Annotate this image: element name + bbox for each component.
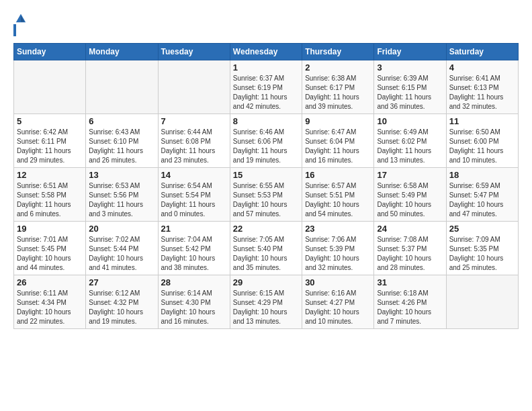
cell-content: Sunrise: 6:12 AMSunset: 4:32 PMDaylight:… — [89, 289, 154, 326]
calendar-week-row: 5Sunrise: 6:42 AMSunset: 6:11 PMDaylight… — [14, 114, 519, 168]
calendar-cell: 30Sunrise: 6:16 AMSunset: 4:27 PMDayligh… — [302, 275, 374, 329]
svg-marker-1 — [21, 15, 24, 21]
calendar-cell: 26Sunrise: 6:11 AMSunset: 4:34 PMDayligh… — [14, 275, 86, 329]
day-number: 27 — [89, 277, 154, 287]
calendar-cell: 29Sunrise: 6:15 AMSunset: 4:29 PMDayligh… — [230, 275, 302, 329]
weekday-header: Sunday — [14, 44, 86, 60]
day-number: 4 — [449, 62, 515, 73]
day-number: 28 — [161, 277, 227, 287]
cell-content: Sunrise: 6:37 AMSunset: 6:19 PMDaylight:… — [233, 74, 299, 111]
calendar-cell: 24Sunrise: 7:08 AMSunset: 5:37 PMDayligh… — [374, 222, 446, 275]
calendar-cell: 25Sunrise: 7:09 AMSunset: 5:35 PMDayligh… — [446, 222, 518, 275]
calendar-cell: 8Sunrise: 6:46 AMSunset: 6:06 PMDaylight… — [230, 114, 302, 168]
calendar-cell: 28Sunrise: 6:14 AMSunset: 4:30 PMDayligh… — [158, 275, 230, 329]
logo-icon — [15, 12, 27, 24]
day-number: 31 — [377, 277, 443, 287]
calendar-cell: 31Sunrise: 6:18 AMSunset: 4:26 PMDayligh… — [374, 275, 446, 329]
day-number: 30 — [305, 277, 371, 287]
calendar-cell: 18Sunrise: 6:59 AMSunset: 5:47 PMDayligh… — [446, 168, 518, 222]
calendar-week-row: 12Sunrise: 6:51 AMSunset: 5:58 PMDayligh… — [14, 168, 519, 222]
calendar-cell: 17Sunrise: 6:58 AMSunset: 5:49 PMDayligh… — [374, 168, 446, 222]
cell-content: Sunrise: 7:05 AMSunset: 5:40 PMDaylight:… — [233, 235, 299, 273]
weekday-header: Thursday — [302, 44, 374, 60]
calendar-cell: 20Sunrise: 7:02 AMSunset: 5:44 PMDayligh… — [86, 222, 158, 275]
cell-content: Sunrise: 6:41 AMSunset: 6:13 PMDaylight:… — [449, 74, 515, 111]
cell-content: Sunrise: 6:59 AMSunset: 5:47 PMDaylight:… — [449, 181, 515, 219]
day-number: 13 — [89, 170, 154, 180]
calendar-cell — [86, 60, 158, 114]
day-number: 6 — [89, 116, 154, 126]
cell-content: Sunrise: 6:51 AMSunset: 5:58 PMDaylight:… — [17, 181, 83, 219]
calendar-week-row: 26Sunrise: 6:11 AMSunset: 4:34 PMDayligh… — [14, 275, 519, 329]
calendar-cell: 19Sunrise: 7:01 AMSunset: 5:45 PMDayligh… — [14, 222, 86, 275]
calendar-cell: 13Sunrise: 6:53 AMSunset: 5:56 PMDayligh… — [86, 168, 158, 222]
day-number: 5 — [17, 116, 83, 126]
day-number: 24 — [377, 224, 443, 234]
cell-content: Sunrise: 7:08 AMSunset: 5:37 PMDaylight:… — [377, 235, 443, 273]
calendar: SundayMondayTuesdayWednesdayThursdayFrid… — [13, 43, 519, 329]
cell-content: Sunrise: 6:53 AMSunset: 5:56 PMDaylight:… — [89, 181, 154, 219]
day-number: 3 — [377, 62, 443, 73]
day-number: 18 — [449, 170, 515, 180]
day-number: 20 — [89, 224, 154, 234]
calendar-cell: 4Sunrise: 6:41 AMSunset: 6:13 PMDaylight… — [446, 60, 518, 114]
cell-content: Sunrise: 6:57 AMSunset: 5:51 PMDaylight:… — [305, 181, 371, 219]
cell-content: Sunrise: 7:02 AMSunset: 5:44 PMDaylight:… — [89, 235, 154, 273]
logo — [13, 13, 27, 36]
cell-content: Sunrise: 6:39 AMSunset: 6:15 PMDaylight:… — [377, 74, 443, 111]
calendar-cell — [446, 275, 518, 329]
cell-content: Sunrise: 6:38 AMSunset: 6:17 PMDaylight:… — [305, 74, 371, 111]
cell-content: Sunrise: 6:16 AMSunset: 4:27 PMDaylight:… — [305, 289, 371, 326]
weekday-header: Tuesday — [158, 44, 230, 60]
cell-content: Sunrise: 6:15 AMSunset: 4:29 PMDaylight:… — [233, 289, 299, 326]
calendar-cell: 2Sunrise: 6:38 AMSunset: 6:17 PMDaylight… — [302, 60, 374, 114]
day-number: 2 — [305, 62, 371, 73]
day-number: 17 — [377, 170, 443, 180]
calendar-cell — [14, 60, 86, 114]
cell-content: Sunrise: 6:54 AMSunset: 5:54 PMDaylight:… — [161, 181, 227, 219]
calendar-cell: 14Sunrise: 6:54 AMSunset: 5:54 PMDayligh… — [158, 168, 230, 222]
cell-content: Sunrise: 6:50 AMSunset: 6:00 PMDaylight:… — [449, 128, 515, 165]
cell-content: Sunrise: 6:18 AMSunset: 4:26 PMDaylight:… — [377, 289, 443, 326]
day-number: 12 — [17, 170, 83, 180]
weekday-header: Saturday — [446, 44, 518, 60]
cell-content: Sunrise: 6:46 AMSunset: 6:06 PMDaylight:… — [233, 128, 299, 165]
cell-content: Sunrise: 6:42 AMSunset: 6:11 PMDaylight:… — [17, 128, 83, 165]
day-number: 1 — [233, 62, 299, 73]
calendar-cell: 11Sunrise: 6:50 AMSunset: 6:00 PMDayligh… — [446, 114, 518, 168]
calendar-cell: 3Sunrise: 6:39 AMSunset: 6:15 PMDaylight… — [374, 60, 446, 114]
calendar-cell: 12Sunrise: 6:51 AMSunset: 5:58 PMDayligh… — [14, 168, 86, 222]
calendar-cell: 22Sunrise: 7:05 AMSunset: 5:40 PMDayligh… — [230, 222, 302, 275]
cell-content: Sunrise: 7:01 AMSunset: 5:45 PMDaylight:… — [17, 235, 83, 273]
calendar-cell: 5Sunrise: 6:42 AMSunset: 6:11 PMDaylight… — [14, 114, 86, 168]
calendar-cell: 23Sunrise: 7:06 AMSunset: 5:39 PMDayligh… — [302, 222, 374, 275]
day-number: 19 — [17, 224, 83, 234]
calendar-cell: 9Sunrise: 6:47 AMSunset: 6:04 PMDaylight… — [302, 114, 374, 168]
cell-content: Sunrise: 6:55 AMSunset: 5:53 PMDaylight:… — [233, 181, 299, 219]
day-number: 8 — [233, 116, 299, 126]
day-number: 10 — [377, 116, 443, 126]
calendar-cell: 7Sunrise: 6:44 AMSunset: 6:08 PMDaylight… — [158, 114, 230, 168]
calendar-cell: 27Sunrise: 6:12 AMSunset: 4:32 PMDayligh… — [86, 275, 158, 329]
cell-content: Sunrise: 6:47 AMSunset: 6:04 PMDaylight:… — [305, 128, 371, 165]
calendar-cell: 1Sunrise: 6:37 AMSunset: 6:19 PMDaylight… — [230, 60, 302, 114]
day-number: 7 — [161, 116, 227, 126]
cell-content: Sunrise: 6:14 AMSunset: 4:30 PMDaylight:… — [161, 289, 227, 326]
day-number: 15 — [233, 170, 299, 180]
day-number: 22 — [233, 224, 299, 234]
day-number: 29 — [233, 277, 299, 287]
calendar-cell — [158, 60, 230, 114]
day-number: 25 — [449, 224, 515, 234]
weekday-header: Wednesday — [230, 44, 302, 60]
cell-content: Sunrise: 7:06 AMSunset: 5:39 PMDaylight:… — [305, 235, 371, 273]
weekday-header: Friday — [374, 44, 446, 60]
calendar-cell: 21Sunrise: 7:04 AMSunset: 5:42 PMDayligh… — [158, 222, 230, 275]
day-number: 26 — [17, 277, 83, 287]
cell-content: Sunrise: 7:04 AMSunset: 5:42 PMDaylight:… — [161, 235, 227, 273]
calendar-cell: 10Sunrise: 6:49 AMSunset: 6:02 PMDayligh… — [374, 114, 446, 168]
cell-content: Sunrise: 7:09 AMSunset: 5:35 PMDaylight:… — [449, 235, 515, 273]
cell-content: Sunrise: 6:43 AMSunset: 6:10 PMDaylight:… — [89, 128, 154, 165]
calendar-header-row: SundayMondayTuesdayWednesdayThursdayFrid… — [14, 44, 519, 60]
calendar-cell: 15Sunrise: 6:55 AMSunset: 5:53 PMDayligh… — [230, 168, 302, 222]
day-number: 9 — [305, 116, 371, 126]
